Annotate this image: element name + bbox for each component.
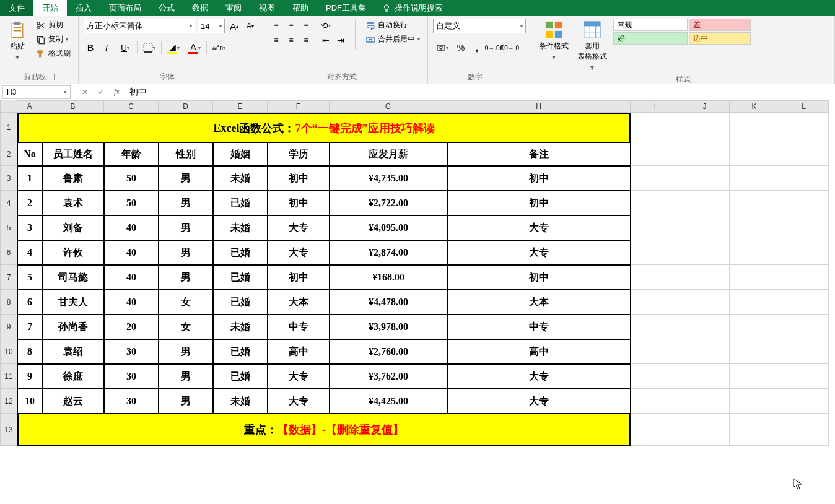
row-header[interactable]: 9 bbox=[0, 315, 17, 339]
cell[interactable] bbox=[730, 166, 779, 191]
table-cell[interactable]: 已婚 bbox=[213, 265, 268, 290]
wrap-text-button[interactable]: 自动换行 bbox=[363, 19, 422, 32]
cell[interactable] bbox=[680, 265, 730, 290]
enter-button[interactable]: ✓ bbox=[93, 88, 109, 97]
orientation-button[interactable]: ⟲▾ bbox=[319, 19, 333, 32]
cancel-button[interactable]: ✕ bbox=[77, 88, 93, 97]
table-cell[interactable]: 9 bbox=[17, 364, 42, 389]
table-cell[interactable]: 男 bbox=[159, 191, 213, 215]
cell[interactable] bbox=[631, 240, 680, 265]
menu-tab-6[interactable]: 视图 bbox=[250, 0, 284, 16]
table-cell[interactable]: 40 bbox=[104, 215, 159, 240]
cell[interactable] bbox=[779, 315, 829, 339]
cell[interactable] bbox=[631, 215, 680, 240]
cell[interactable] bbox=[631, 315, 680, 339]
table-header[interactable]: 婚姻 bbox=[213, 142, 268, 166]
border-button[interactable]: ▾ bbox=[140, 41, 159, 54]
copy-button[interactable]: 复制▾ bbox=[33, 33, 73, 46]
table-cell[interactable]: 20 bbox=[104, 315, 159, 339]
table-cell[interactable]: 初中 bbox=[447, 265, 631, 290]
cell[interactable] bbox=[680, 113, 730, 142]
cell[interactable] bbox=[730, 215, 779, 240]
decrease-font-button[interactable]: A▾ bbox=[243, 19, 257, 33]
row-header[interactable]: 4 bbox=[0, 191, 17, 215]
name-box[interactable]: H3▾ bbox=[2, 85, 71, 99]
tell-me[interactable]: 操作说明搜索 bbox=[375, 0, 450, 16]
fill-color-button[interactable]: ◢ ▾ bbox=[164, 41, 183, 54]
table-cell[interactable]: 初中 bbox=[447, 191, 631, 215]
table-cell[interactable]: 大专 bbox=[447, 364, 631, 389]
cell[interactable] bbox=[730, 191, 779, 215]
comma-button[interactable]: , bbox=[470, 41, 484, 54]
table-cell[interactable]: 男 bbox=[159, 240, 213, 265]
table-header[interactable]: 应发月薪 bbox=[330, 142, 447, 166]
cell[interactable] bbox=[779, 113, 829, 142]
cell[interactable] bbox=[779, 215, 829, 240]
table-cell[interactable]: 孙尚香 bbox=[42, 315, 104, 339]
cell[interactable] bbox=[730, 290, 779, 315]
table-cell[interactable]: ¥4,735.00 bbox=[330, 166, 447, 191]
formula-input[interactable]: 初中 bbox=[125, 87, 835, 98]
table-cell[interactable]: 袁术 bbox=[42, 191, 104, 215]
cell[interactable] bbox=[631, 142, 680, 166]
number-format-select[interactable]: 自定义▾ bbox=[433, 19, 526, 33]
increase-decimal-button[interactable]: .0→.00 bbox=[486, 41, 500, 54]
row-header[interactable]: 6 bbox=[0, 240, 17, 265]
column-header[interactable]: L bbox=[779, 100, 829, 113]
sheet-title[interactable]: Excel函数公式：7个“一键完成”应用技巧解读 bbox=[17, 113, 631, 142]
table-cell[interactable]: 男 bbox=[159, 364, 213, 389]
column-header[interactable]: J bbox=[680, 100, 730, 113]
table-cell[interactable]: ¥2,874.00 bbox=[330, 240, 447, 265]
cell[interactable] bbox=[631, 364, 680, 389]
column-header[interactable]: H bbox=[447, 100, 631, 113]
dialog-launcher-icon[interactable] bbox=[359, 74, 365, 80]
cell[interactable] bbox=[680, 315, 730, 339]
row-header[interactable]: 5 bbox=[0, 215, 17, 240]
cell[interactable] bbox=[680, 142, 730, 166]
cell[interactable] bbox=[779, 364, 829, 389]
menu-tab-3[interactable]: 公式 bbox=[150, 0, 183, 16]
cell-style-good[interactable]: 好 bbox=[613, 32, 688, 45]
table-cell[interactable]: 刘备 bbox=[42, 215, 104, 240]
cell[interactable] bbox=[680, 215, 730, 240]
table-cell[interactable]: ¥2,722.00 bbox=[330, 191, 447, 215]
column-header[interactable]: D bbox=[159, 100, 213, 113]
cell-style-bad[interactable]: 差 bbox=[689, 19, 751, 31]
increase-font-button[interactable]: A▴ bbox=[227, 19, 241, 33]
accounting-format-button[interactable]: ▾ bbox=[433, 41, 452, 54]
table-cell[interactable]: 2 bbox=[17, 191, 42, 215]
table-cell[interactable]: 未婚 bbox=[213, 389, 268, 414]
table-cell[interactable]: 男 bbox=[159, 339, 213, 364]
column-header[interactable]: A bbox=[17, 100, 42, 113]
cell[interactable] bbox=[680, 240, 730, 265]
cell[interactable] bbox=[779, 166, 829, 191]
table-cell[interactable]: 大专 bbox=[447, 240, 631, 265]
table-cell[interactable]: 6 bbox=[17, 290, 42, 315]
menu-tab-1[interactable]: 插入 bbox=[67, 0, 100, 16]
table-cell[interactable]: 中专 bbox=[447, 315, 631, 339]
table-cell[interactable]: 50 bbox=[104, 191, 159, 215]
table-cell[interactable]: 鲁肃 bbox=[42, 166, 104, 191]
cell[interactable] bbox=[680, 389, 730, 414]
table-cell[interactable]: 高中 bbox=[268, 339, 330, 364]
table-cell[interactable]: 未婚 bbox=[213, 315, 268, 339]
cell[interactable] bbox=[680, 290, 730, 315]
table-cell[interactable]: 初中 bbox=[268, 191, 330, 215]
table-cell[interactable]: 40 bbox=[104, 290, 159, 315]
select-all-corner[interactable] bbox=[0, 100, 17, 113]
underline-button[interactable]: U ▾ bbox=[116, 41, 134, 54]
menu-tab-8[interactable]: PDF工具集 bbox=[317, 0, 375, 16]
table-cell[interactable]: 30 bbox=[104, 364, 159, 389]
table-cell[interactable]: 4 bbox=[17, 240, 42, 265]
dialog-launcher-icon[interactable] bbox=[177, 74, 183, 80]
cell[interactable] bbox=[680, 364, 730, 389]
dialog-launcher-icon[interactable] bbox=[485, 74, 491, 80]
cell[interactable] bbox=[730, 315, 779, 339]
font-name-select[interactable]: 方正小标宋简体▾ bbox=[84, 19, 195, 33]
align-right-button[interactable]: ≡ bbox=[299, 33, 313, 47]
table-cell[interactable]: 已婚 bbox=[213, 240, 268, 265]
table-cell[interactable]: 1 bbox=[17, 166, 42, 191]
table-cell[interactable]: 徐庶 bbox=[42, 364, 104, 389]
table-cell[interactable]: 大专 bbox=[268, 215, 330, 240]
table-cell[interactable]: 甘夫人 bbox=[42, 290, 104, 315]
